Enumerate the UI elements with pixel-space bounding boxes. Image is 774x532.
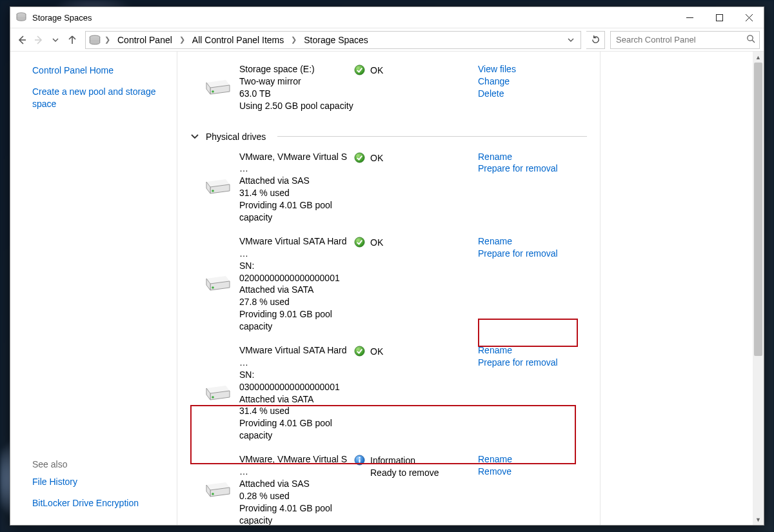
svg-rect-2	[716, 14, 722, 21]
search-input[interactable]	[615, 34, 746, 45]
scroll-thumb[interactable]	[754, 63, 762, 356]
chevron-right-icon[interactable]: ❯	[177, 34, 187, 46]
drive-info: VMware Virtual SATA Hard …SN: 0200000000…	[239, 235, 354, 333]
breadcrumb-segment[interactable]: Storage Spaces	[300, 34, 372, 46]
action-rename[interactable]: Rename	[478, 453, 587, 466]
sidebar-link-file-history[interactable]: File History	[32, 476, 170, 488]
drive-name: VMware, VMware Virtual S …	[239, 453, 354, 478]
collapse-icon[interactable]	[190, 132, 199, 141]
action-rename[interactable]: Rename	[478, 235, 587, 248]
up-button[interactable]	[64, 32, 80, 48]
action-change[interactable]: Change	[478, 75, 587, 88]
sidebar: Control Panel Home Create a new pool and…	[10, 52, 177, 525]
action-remove[interactable]: Remove	[478, 466, 587, 478]
sidebar-link-create-pool[interactable]: Create a new pool and storage space	[32, 86, 170, 110]
drive-detail: Attached via SAS	[239, 175, 354, 187]
forward-button[interactable]	[31, 32, 46, 48]
status-text: OK	[370, 237, 383, 249]
drive-status: OK	[354, 344, 478, 442]
svg-point-8	[748, 35, 753, 41]
svg-line-9	[752, 40, 755, 43]
storage-space-type: Two-way mirror	[239, 75, 354, 88]
drive-name: VMware Virtual SATA Hard …	[239, 344, 354, 369]
recent-locations-button[interactable]	[48, 32, 63, 48]
scrollbar[interactable]: ▲ ▼	[753, 52, 764, 525]
drive-status: OK	[354, 151, 478, 224]
sidebar-link-bitlocker[interactable]: BitLocker Drive Encryption	[32, 497, 170, 509]
scroll-down-button[interactable]: ▼	[753, 514, 764, 525]
body: Control Panel Home Create a new pool and…	[10, 52, 764, 525]
chevron-right-icon[interactable]: ❯	[103, 34, 112, 46]
drive-actions: RenamePrepare for removal	[478, 151, 587, 224]
storage-space-item: Storage space (E:) Two-way mirror 63.0 T…	[177, 52, 600, 120]
svg-point-10	[212, 90, 214, 93]
action-prepare-for-removal[interactable]: Prepare for removal	[478, 163, 587, 175]
back-button[interactable]	[14, 32, 30, 48]
physical-drive-item: VMware, VMware Virtual S …Attached via S…	[177, 147, 600, 232]
drive-detail: Attached via SAS	[239, 478, 354, 490]
status-text: OK	[370, 64, 383, 77]
svg-point-18	[212, 493, 214, 495]
section-label: Physical drives	[206, 132, 266, 142]
drive-actions: RenamePrepare for removal	[478, 235, 587, 333]
chevron-right-icon[interactable]: ❯	[289, 34, 299, 46]
drive-detail: 31.4 % used	[239, 405, 354, 417]
see-also-heading: See also	[32, 459, 170, 469]
section-physical-drives[interactable]: Physical drives	[190, 132, 600, 142]
drive-iconcell	[197, 63, 239, 112]
svg-point-12	[212, 190, 214, 192]
info-icon	[354, 455, 365, 466]
breadcrumb-segment[interactable]: All Control Panel Items	[188, 34, 288, 46]
minimize-button[interactable]	[675, 8, 704, 27]
breadcrumb-dropdown[interactable]	[564, 35, 578, 45]
ok-icon	[354, 152, 365, 163]
close-button[interactable]	[734, 8, 764, 27]
physical-drive-item: VMware Virtual SATA Hard …SN: 0300000000…	[177, 340, 600, 449]
drive-detail: Providing 9.01 GB pool capacity	[239, 308, 354, 333]
drive-detail: SN: 03000000000000000001	[239, 369, 354, 393]
window-buttons	[675, 8, 764, 27]
window-title: Storage Spaces	[32, 13, 92, 23]
action-view-files[interactable]: View files	[478, 63, 587, 75]
drive-iconcell	[197, 235, 239, 333]
sidebar-link-control-panel-home[interactable]: Control Panel Home	[32, 64, 170, 77]
drive-iconcell	[197, 344, 239, 442]
svg-point-11	[355, 65, 364, 75]
drive-info: VMware, VMware Virtual S …Attached via S…	[239, 151, 354, 224]
drive-status: InformationReady to remove	[354, 453, 478, 525]
storage-space-usage: Using 2.50 GB pool capacity	[239, 100, 354, 112]
content-scroll-region[interactable]: Storage space (E:) Two-way mirror 63.0 T…	[177, 52, 600, 525]
search-box[interactable]	[610, 31, 760, 49]
search-icon[interactable]	[746, 34, 755, 45]
action-rename[interactable]: Rename	[478, 151, 587, 163]
svg-rect-21	[359, 459, 360, 463]
maximize-button[interactable]	[704, 8, 734, 27]
scroll-up-button[interactable]: ▲	[753, 52, 764, 63]
section-rule	[277, 136, 587, 137]
ok-icon	[354, 64, 365, 75]
storage-space-info: Storage space (E:) Two-way mirror 63.0 T…	[239, 63, 354, 112]
physical-drive-item: VMware, VMware Virtual S …Attached via S…	[177, 449, 600, 525]
drive-detail: Attached via SATA	[239, 284, 354, 296]
svg-point-13	[355, 153, 364, 163]
drive-detail: Providing 4.01 GB pool capacity	[239, 417, 354, 442]
action-rename[interactable]: Rename	[478, 344, 587, 357]
physical-drive-item: VMware Virtual SATA Hard …SN: 0200000000…	[177, 232, 600, 340]
see-also-group: See also File History BitLocker Drive En…	[32, 453, 170, 518]
breadcrumb-root-icon[interactable]	[88, 34, 101, 46]
action-delete[interactable]: Delete	[478, 88, 587, 100]
drive-detail: Providing 4.01 GB pool capacity	[239, 502, 354, 525]
svg-point-16	[212, 396, 214, 399]
drive-status: OK	[354, 235, 478, 333]
action-prepare-for-removal[interactable]: Prepare for removal	[478, 357, 587, 369]
status-text: Information	[370, 455, 439, 467]
drive-icon	[204, 481, 232, 499]
breadcrumb-bar[interactable]: ❯ Control Panel ❯ All Control Panel Item…	[85, 31, 581, 49]
action-prepare-for-removal[interactable]: Prepare for removal	[478, 248, 587, 260]
refresh-button[interactable]	[586, 31, 605, 49]
storage-space-size: 63.0 TB	[239, 88, 354, 100]
breadcrumb-segment[interactable]: Control Panel	[114, 34, 176, 46]
scroll-track[interactable]	[753, 63, 764, 514]
drive-actions: RenamePrepare for removal	[478, 344, 587, 442]
content-wrap: Storage space (E:) Two-way mirror 63.0 T…	[177, 52, 764, 525]
